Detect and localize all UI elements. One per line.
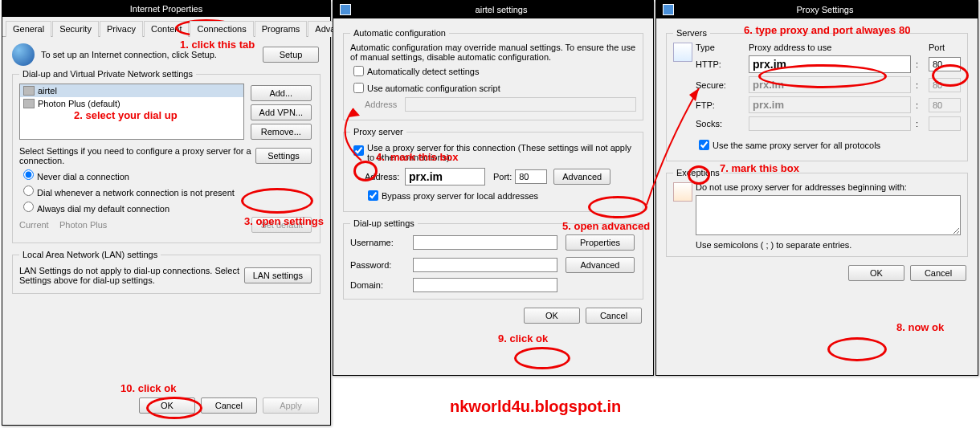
dialup-legend: Dial-up and Virtual Private Network sett… bbox=[19, 69, 196, 79]
radio-always-dial[interactable] bbox=[23, 202, 34, 212]
password-label: Password: bbox=[350, 260, 406, 270]
titlebar: airtel settings bbox=[333, 1, 653, 18]
settings-button[interactable]: Settings bbox=[255, 148, 312, 164]
domain-label: Domain: bbox=[350, 280, 406, 290]
tab-bar: General Security Privacy Content Connect… bbox=[2, 17, 330, 37]
dialog-title: Internet Properties bbox=[9, 4, 324, 14]
radio-label: Never dial a connection bbox=[37, 172, 129, 181]
socks-address-input bbox=[749, 116, 911, 131]
tab-programs[interactable]: Programs bbox=[255, 21, 308, 37]
colon: : bbox=[916, 59, 924, 69]
setup-button[interactable]: Setup bbox=[263, 47, 319, 63]
connection-icon bbox=[23, 99, 35, 108]
set-default-button: Set default bbox=[251, 217, 312, 233]
ok-button[interactable]: OK bbox=[524, 308, 580, 324]
airtel-settings-dialog: airtel settings Automatic configuration … bbox=[333, 0, 654, 376]
exception-icon bbox=[673, 182, 692, 202]
port-label: Port: bbox=[493, 172, 512, 181]
proxy-port-input[interactable] bbox=[515, 169, 547, 184]
lan-legend: Local Area Network (LAN) settings bbox=[19, 250, 161, 259]
domain-input[interactable] bbox=[413, 278, 557, 292]
cancel-button[interactable]: Cancel bbox=[586, 308, 642, 324]
cancel-button[interactable]: Cancel bbox=[910, 265, 966, 281]
list-item-label: airtel bbox=[38, 86, 57, 96]
current-value: Photon Plus bbox=[59, 220, 250, 230]
tab-connections[interactable]: Connections bbox=[190, 21, 253, 37]
advanced-button-2[interactable]: Advanced bbox=[566, 257, 635, 273]
cancel-button[interactable]: Cancel bbox=[201, 397, 257, 414]
proxy-address-input[interactable] bbox=[405, 168, 485, 185]
dialog-title: Proxy Settings bbox=[679, 5, 971, 14]
add-vpn-button[interactable]: Add VPN... bbox=[251, 104, 312, 120]
dialog-icon bbox=[663, 4, 674, 15]
username-label: Username: bbox=[350, 238, 406, 247]
auto-script-checkbox[interactable] bbox=[353, 83, 364, 93]
tab-content[interactable]: Content bbox=[144, 21, 190, 37]
secure-address-input bbox=[749, 76, 911, 93]
connection-icon bbox=[23, 86, 35, 96]
radio-label: Always dial my default connection bbox=[37, 204, 169, 214]
lan-settings-button[interactable]: LAN settings bbox=[244, 267, 312, 283]
titlebar: Internet Properties bbox=[2, 1, 330, 17]
current-label: Current bbox=[19, 220, 59, 230]
address-label: Address bbox=[365, 100, 405, 109]
remove-button[interactable]: Remove... bbox=[251, 124, 312, 140]
address-label: Address: bbox=[365, 172, 405, 181]
internet-properties-dialog: Internet Properties General Security Pri… bbox=[2, 0, 331, 426]
exceptions-legend: Exceptions bbox=[673, 168, 723, 177]
radio-label: Dial whenever a network connection is no… bbox=[37, 188, 235, 198]
http-port-input[interactable] bbox=[929, 57, 961, 71]
auto-detect-checkbox[interactable] bbox=[353, 66, 364, 76]
checkbox-label: Use automatic configuration script bbox=[367, 84, 500, 93]
properties-button[interactable]: Properties bbox=[566, 234, 635, 251]
col-port: Port bbox=[929, 43, 961, 52]
row-type: FTP: bbox=[696, 100, 744, 110]
exceptions-text: Do not use proxy server for addresses be… bbox=[696, 182, 961, 192]
advanced-button[interactable]: Advanced bbox=[553, 169, 610, 185]
proxy-settings-dialog: Proxy Settings Servers Type Proxy addres… bbox=[655, 0, 978, 376]
checkbox-label: Bypass proxy server for local addresses bbox=[382, 191, 538, 201]
password-input[interactable] bbox=[413, 258, 557, 272]
lan-text: LAN Settings do not apply to dial-up con… bbox=[19, 266, 243, 285]
colon: : bbox=[916, 80, 924, 90]
auto-text: Automatic configuration may override man… bbox=[350, 43, 636, 62]
tab-privacy[interactable]: Privacy bbox=[100, 21, 143, 37]
auto-legend: Automatic configuration bbox=[350, 28, 449, 38]
same-proxy-checkbox[interactable] bbox=[699, 140, 709, 150]
socks-port-input bbox=[929, 116, 961, 131]
ok-button[interactable]: OK bbox=[139, 397, 195, 414]
col-type: Type bbox=[696, 43, 744, 52]
colon: : bbox=[916, 119, 924, 128]
dialup-legend: Dial-up settings bbox=[350, 218, 418, 228]
add-button[interactable]: Add... bbox=[251, 85, 312, 101]
http-address-input[interactable] bbox=[749, 55, 911, 73]
apply-button: Apply bbox=[263, 397, 319, 414]
ftp-port-input bbox=[929, 98, 961, 112]
list-item-label: Photon Plus (default) bbox=[38, 99, 120, 108]
servers-legend: Servers bbox=[673, 28, 710, 38]
checkbox-label: Automatically detect settings bbox=[367, 67, 479, 76]
settings-text: Select Settings if you need to configure… bbox=[19, 146, 254, 165]
tab-security[interactable]: Security bbox=[52, 21, 99, 37]
server-icon bbox=[673, 43, 692, 62]
username-input[interactable] bbox=[413, 235, 557, 250]
exceptions-textarea[interactable] bbox=[696, 195, 961, 235]
ok-button[interactable]: OK bbox=[848, 265, 904, 281]
list-item[interactable]: airtel bbox=[20, 84, 243, 97]
radio-never-dial[interactable] bbox=[23, 169, 34, 180]
checkbox-label: Use a proxy server for this connection (… bbox=[367, 143, 636, 162]
dialog-title: airtel settings bbox=[356, 5, 647, 14]
tab-general[interactable]: General bbox=[6, 21, 51, 37]
list-item[interactable]: Photon Plus (default) bbox=[20, 97, 243, 110]
titlebar: Proxy Settings bbox=[656, 1, 978, 18]
col-addr: Proxy address to use bbox=[749, 43, 911, 52]
checkbox-label: Use the same proxy server for all protoc… bbox=[713, 141, 880, 150]
connections-listbox[interactable]: airtel Photon Plus (default) bbox=[19, 84, 244, 140]
use-proxy-checkbox[interactable] bbox=[353, 145, 364, 156]
row-type: Secure: bbox=[696, 80, 744, 90]
ftp-address-input bbox=[749, 96, 911, 113]
row-type: HTTP: bbox=[696, 59, 744, 69]
radio-dial-when-no-net[interactable] bbox=[23, 185, 34, 196]
exceptions-hint: Use semicolons ( ; ) to separate entries… bbox=[696, 240, 961, 250]
bypass-local-checkbox[interactable] bbox=[368, 190, 378, 201]
